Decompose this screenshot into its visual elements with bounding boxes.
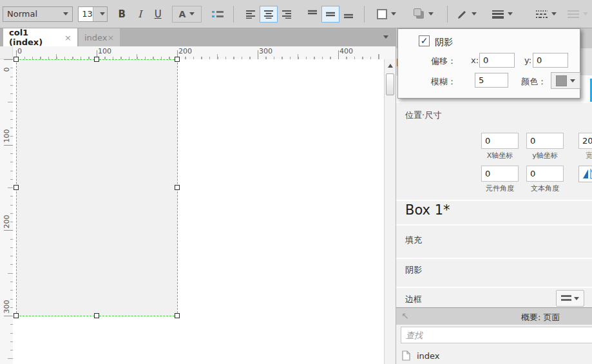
align-left-button[interactable] xyxy=(242,6,260,23)
line-weight-icon xyxy=(561,294,571,302)
font-size-value: 13 xyxy=(79,7,93,21)
section-fill[interactable]: 填充 xyxy=(405,235,422,246)
italic-button[interactable]: I xyxy=(131,6,149,23)
x-coordinate-input[interactable] xyxy=(481,133,519,149)
valign-middle-icon xyxy=(325,10,336,19)
resize-handle-se[interactable] xyxy=(175,313,180,318)
chevron-down-icon xyxy=(551,12,557,15)
blur-label: 模糊： xyxy=(431,76,456,88)
section-divider xyxy=(396,258,592,259)
valign-bottom-button[interactable] xyxy=(339,6,358,23)
tab-label: index xyxy=(84,33,108,43)
toolbar-separator xyxy=(364,6,365,23)
align-right-button[interactable] xyxy=(278,6,296,23)
chevron-down-icon xyxy=(574,297,579,300)
resize-handle-ne[interactable] xyxy=(175,57,180,62)
border-style-dropdown[interactable] xyxy=(556,290,584,307)
tab-col1-index[interactable]: col1 (index) × xyxy=(3,28,77,46)
position-size-title: 位置·尺寸 xyxy=(405,110,441,121)
resize-handle-nw[interactable] xyxy=(14,57,19,62)
ruler-label: 400 xyxy=(339,47,353,55)
chevron-down-icon xyxy=(189,12,195,15)
shadow-color-dropdown[interactable] xyxy=(551,72,580,89)
underline-button[interactable]: U xyxy=(149,6,167,23)
align-left-icon xyxy=(245,10,256,19)
toolbar-separator xyxy=(447,6,448,23)
flip-horizontal-icon xyxy=(582,169,592,179)
shadow-checkbox[interactable]: ✓ xyxy=(419,35,430,46)
ruler-label: 200 xyxy=(178,47,192,55)
bold-button[interactable]: B xyxy=(113,6,131,23)
chevron-down-icon xyxy=(63,12,68,15)
ruler-label: 300 xyxy=(259,47,272,55)
line-style-button[interactable] xyxy=(532,6,560,23)
font-color-button[interactable]: A xyxy=(172,6,202,23)
page-tab-bar: col1 (index) × index × xyxy=(0,28,396,46)
line-color-button[interactable] xyxy=(453,6,482,23)
resize-handle-n[interactable] xyxy=(94,57,99,62)
align-center-icon xyxy=(263,10,274,19)
ruler-gap xyxy=(384,46,396,59)
bullet-list-icon xyxy=(211,10,224,19)
valign-top-button[interactable] xyxy=(303,6,321,23)
font-size-dropdown[interactable]: 13 xyxy=(78,6,108,22)
resize-handle-s[interactable] xyxy=(94,313,99,318)
outline-panel-header: ↖ 概要: 页面 xyxy=(396,307,592,325)
widget-angle-input[interactable] xyxy=(481,166,519,182)
chevron-down-icon xyxy=(391,12,396,15)
vertical-ruler: 0 100 200 300 xyxy=(0,59,13,364)
arrow-style-button xyxy=(564,6,592,23)
outline-search-input[interactable] xyxy=(401,327,592,343)
offset-y-input[interactable] xyxy=(533,53,568,68)
collapse-arrow-icon[interactable]: ↖ xyxy=(401,311,409,321)
section-border[interactable]: 边框 xyxy=(405,294,422,305)
resize-handle-e[interactable] xyxy=(175,185,180,190)
shadow-style-button[interactable] xyxy=(410,6,438,23)
scrollbar-thumb[interactable] xyxy=(386,73,394,95)
resize-handle-w[interactable] xyxy=(14,185,19,190)
tab-list-dropdown-icon[interactable] xyxy=(383,35,388,39)
tab-index[interactable]: index × xyxy=(79,28,120,46)
canvas-vertical-scrollbar[interactable] xyxy=(384,59,396,364)
section-divider xyxy=(396,287,592,288)
chevron-down-icon xyxy=(472,12,477,15)
formatting-toolbar: Normal 13 B I U A xyxy=(0,0,592,28)
scroll-up-button[interactable] xyxy=(385,59,396,72)
align-center-button[interactable] xyxy=(260,6,278,23)
section-shadow[interactable]: 阴影 xyxy=(405,264,422,276)
triangle-up-icon xyxy=(388,64,393,68)
paragraph-style-value: Normal xyxy=(7,9,37,19)
page-list-item-index[interactable]: index xyxy=(396,348,592,363)
toolbar-separator xyxy=(233,6,234,23)
valign-middle-button[interactable] xyxy=(321,6,339,23)
chevron-down-icon xyxy=(508,12,513,15)
bullet-list-button[interactable] xyxy=(208,6,227,23)
offset-label: 偏移： xyxy=(431,55,456,67)
flip-horizontal-button[interactable] xyxy=(578,166,592,182)
valign-top-icon xyxy=(307,10,318,19)
shadow-settings-popup: ✓ 阴影 偏移： x: y: 模糊： 颜色： xyxy=(397,28,580,99)
widget-angle-label: 元件角度 xyxy=(481,184,519,193)
blur-input[interactable] xyxy=(475,73,508,88)
text-angle-input[interactable] xyxy=(526,166,564,182)
close-icon[interactable]: × xyxy=(108,33,115,43)
chevron-down-icon xyxy=(428,12,434,15)
resize-handle-sw[interactable] xyxy=(14,313,19,318)
section-divider xyxy=(396,224,592,225)
tab-label: col1 (index) xyxy=(9,28,64,47)
y-coordinate-input[interactable] xyxy=(526,133,564,149)
selected-widget[interactable] xyxy=(16,59,178,316)
border-color-button[interactable] xyxy=(372,6,401,23)
paragraph-style-dropdown[interactable]: Normal xyxy=(3,6,73,22)
chevron-down-icon xyxy=(583,12,588,15)
close-icon[interactable]: × xyxy=(64,33,72,43)
pen-icon xyxy=(457,9,468,19)
ruler-corner xyxy=(0,46,13,59)
offset-x-input[interactable] xyxy=(479,53,515,68)
section-divider xyxy=(396,200,592,201)
offset-y-label: y: xyxy=(524,55,531,65)
line-weight-button[interactable] xyxy=(488,6,517,23)
ruler-label: 300 xyxy=(3,298,10,315)
ruler-label: 200 xyxy=(3,213,10,230)
width-input[interactable] xyxy=(578,133,592,149)
